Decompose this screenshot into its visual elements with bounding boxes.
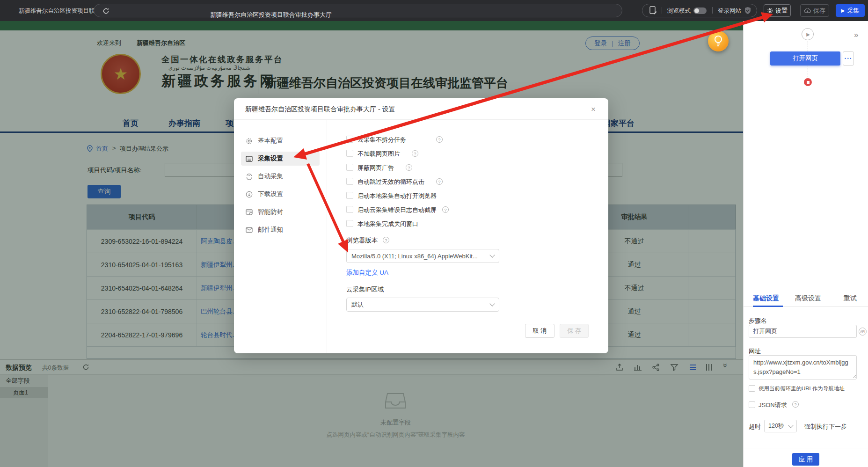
- settings-dialog: 新疆维吾尔自治区投资项目联合审批办事大厅 - 设置 × 基本配置 采集设置 自动…: [234, 98, 608, 353]
- dialog-nav-label: 智能防封: [258, 208, 283, 216]
- help-icon[interactable]: ?: [436, 136, 443, 143]
- lightbulb-icon: [713, 35, 723, 47]
- separator: [662, 7, 662, 14]
- url-textarea[interactable]: http://www.xjtzxm.gov.cn/toXmbljggs.jspx…: [749, 355, 857, 379]
- dialog-title: 新疆维吾尔自治区投资项目联合审批办事大厅 - 设置: [245, 105, 395, 114]
- dialog-nav-mail[interactable]: 邮件通知: [241, 223, 320, 237]
- browser-version-select[interactable]: Mozilla/5.0 (X11; Linux x86_64) AppleWeb…: [346, 249, 499, 263]
- opt-checkbox-error-screenshot[interactable]: [346, 206, 353, 213]
- flow-start-node[interactable]: ▶: [802, 28, 814, 40]
- opt-label: 屏蔽网页广告: [357, 164, 394, 172]
- chevron-down-icon: [489, 252, 495, 257]
- step-name-label: 步骤名: [749, 317, 767, 325]
- settings-tab-bar: 基础设置 高级设置 重试: [744, 290, 868, 307]
- opt-label: 本地采集完成关闭窗口: [357, 220, 418, 228]
- help-fab-button[interactable]: [708, 31, 729, 51]
- dialog-save-button[interactable]: 保 存: [560, 324, 589, 338]
- dialog-nav-label: 邮件通知: [258, 226, 283, 234]
- cancel-button[interactable]: 取 消: [525, 324, 554, 338]
- step-name-input[interactable]: 打开网页: [749, 325, 857, 338]
- dialog-header-divider: [234, 119, 608, 120]
- browser-tab[interactable]: 新疆维吾尔自治区投资项目联...: [19, 7, 100, 15]
- url-text: 新疆维吾尔自治区投资项目联合审批办事大厅: [210, 11, 332, 19]
- separator: [712, 7, 713, 14]
- browser-version-label: 浏览器版本: [346, 236, 378, 245]
- settings-button[interactable]: 设置: [764, 4, 791, 17]
- json-request-checkbox[interactable]: [749, 401, 755, 408]
- flow-open-page-node[interactable]: 打开网页: [770, 51, 840, 66]
- browse-mode-label: 浏览模式: [667, 7, 691, 15]
- opt-checkbox-cloud-split[interactable]: [346, 136, 353, 143]
- opt-label: 启动本地采集自动打开浏览器: [357, 192, 437, 200]
- shield-check-icon: [744, 7, 751, 15]
- add-custom-ua-link[interactable]: 添加自定义 UA: [346, 269, 388, 277]
- cloud-ip-select[interactable]: 默认: [346, 298, 499, 312]
- play-icon: ▶: [806, 32, 810, 37]
- browse-mode-toggle[interactable]: [693, 7, 707, 14]
- play-icon: ▶: [841, 8, 845, 13]
- api-badge[interactable]: API: [859, 328, 867, 336]
- stop-icon: [807, 81, 810, 84]
- close-icon[interactable]: ×: [588, 104, 599, 115]
- chevron-down-icon: [788, 423, 793, 428]
- collapse-flow-icon[interactable]: »: [854, 30, 858, 40]
- opt-label: 不加载网页图片: [357, 150, 400, 158]
- flow-connector: [808, 66, 808, 77]
- use-loop-url-checkbox[interactable]: [749, 385, 755, 392]
- browser-version-value: Mozilla/5.0 (X11; Linux x86_64) AppleWeb…: [351, 253, 478, 260]
- opt-checkbox-no-images[interactable]: [346, 150, 353, 157]
- flow-node-menu[interactable]: ···: [843, 51, 854, 66]
- cloud-save-icon: [804, 8, 811, 14]
- download-icon: [246, 191, 253, 198]
- tab-retry[interactable]: 重试: [844, 294, 857, 303]
- timeout-label: 超时: [749, 423, 761, 431]
- active-tab-underline: [753, 306, 783, 307]
- resize-handle[interactable]: [853, 375, 856, 379]
- opt-checkbox-close-window[interactable]: [346, 220, 353, 227]
- refresh-icon[interactable]: [102, 7, 109, 15]
- opt-checkbox-skip-invalid-click[interactable]: [346, 178, 353, 185]
- cloud-ip-label: 云采集IP区域: [346, 285, 384, 294]
- collect-button[interactable]: ▶ 采集: [836, 4, 865, 17]
- help-icon[interactable]: ?: [383, 237, 389, 243]
- collect-button-label: 采集: [847, 7, 859, 15]
- gear-icon: [246, 138, 253, 145]
- dialog-nav-collect[interactable]: 采集设置: [241, 152, 320, 166]
- dialog-nav-download[interactable]: 下载设置: [241, 187, 320, 201]
- flow-connector: [808, 41, 808, 51]
- shield-window-icon: [246, 209, 253, 216]
- opt-checkbox-open-browser[interactable]: [346, 192, 353, 199]
- timeout-value: 120秒: [768, 422, 784, 430]
- dialog-nav-basic[interactable]: 基本配置: [241, 134, 320, 148]
- url-bar[interactable]: 新疆维吾尔自治区投资项目联合审批办事大厅: [94, 4, 622, 17]
- help-icon[interactable]: ?: [436, 178, 443, 185]
- save-button[interactable]: 保存: [800, 4, 829, 17]
- login-site-label[interactable]: 登录网站: [718, 7, 741, 15]
- opt-label: 自动跳过无效的循环点击: [357, 178, 424, 186]
- help-icon[interactable]: ?: [442, 206, 449, 213]
- dialog-nav-antiblock[interactable]: 智能防封: [241, 205, 320, 219]
- dialog-nav-label: 下载设置: [258, 190, 283, 198]
- opt-checkbox-block-ads[interactable]: [346, 164, 353, 171]
- help-icon[interactable]: ?: [406, 164, 412, 171]
- tab-advanced-settings[interactable]: 高级设置: [795, 294, 821, 303]
- timeout-select[interactable]: 120秒: [764, 420, 797, 432]
- gear-icon: [767, 7, 773, 14]
- page-edit-icon[interactable]: [649, 6, 657, 15]
- flow-end-node[interactable]: [804, 78, 812, 86]
- help-icon[interactable]: ?: [412, 150, 418, 157]
- dialog-nav-auto[interactable]: 自动采集: [241, 169, 320, 183]
- apply-button[interactable]: 应 用: [792, 453, 819, 466]
- tab-basic-settings[interactable]: 基础设置: [753, 294, 779, 303]
- mail-icon: [246, 226, 253, 234]
- timeout-suffix: 强制执行下一步: [804, 423, 847, 431]
- help-icon[interactable]: ?: [792, 401, 799, 408]
- use-loop-url-label: 使用当前循环里的URL作为导航地址: [759, 385, 845, 392]
- dialog-nav-label: 基本配置: [258, 137, 283, 145]
- save-button-label: 保存: [813, 7, 825, 15]
- dialog-sidebar-divider: [327, 120, 327, 353]
- url-label: 网址: [749, 347, 761, 356]
- auto-cycle-icon: [246, 173, 253, 180]
- cloud-ip-value: 默认: [351, 300, 364, 309]
- workflow-panel: » ▶ 打开网页 ··· 基础设置 高级设置 重试 步骤名 打开网页 API 网…: [743, 21, 868, 467]
